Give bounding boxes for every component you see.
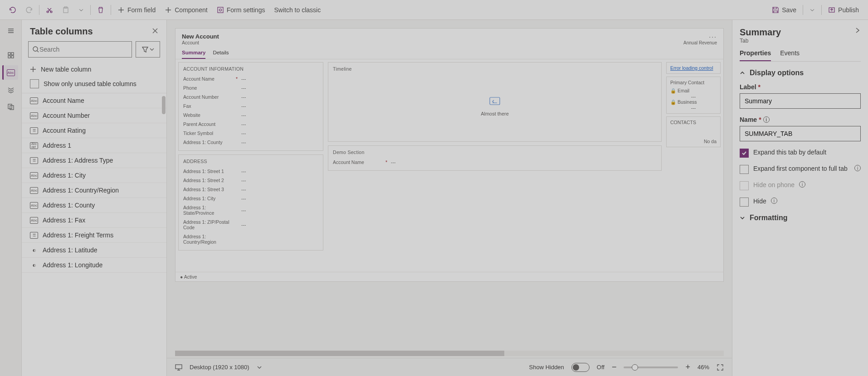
new-table-column-button[interactable]: New table column bbox=[22, 62, 166, 77]
chevron-down-icon bbox=[740, 215, 745, 221]
expand-full-checkbox[interactable]: Expand first component to full tab i bbox=[740, 165, 861, 174]
columns-rail-button[interactable]: Abc bbox=[2, 65, 18, 80]
filter-icon bbox=[142, 46, 148, 53]
chevron-right-icon[interactable] bbox=[854, 27, 861, 35]
column-list: AbcAccount NameAbcAccount Number☰Account… bbox=[22, 93, 166, 376]
primary-contact-card[interactable]: Primary Contact 🔒 Email --- 🔒 Business -… bbox=[666, 77, 721, 114]
search-input[interactable] bbox=[28, 41, 132, 58]
column-item[interactable]: AbcAccount Number bbox=[22, 108, 166, 123]
pane-title: Table columns bbox=[30, 26, 93, 37]
viewport-label[interactable]: Desktop (1920 x 1080) bbox=[190, 364, 249, 371]
info-icon[interactable]: i bbox=[771, 198, 777, 204]
section-demo[interactable]: Demo Section Account Name*--- bbox=[328, 145, 662, 171]
zoom-value: 46% bbox=[697, 364, 709, 371]
label-input[interactable] bbox=[740, 93, 861, 109]
column-item[interactable]: AbcAccount Name bbox=[22, 93, 166, 108]
switch-classic-button[interactable]: Switch to classic bbox=[269, 4, 325, 16]
show-hidden-toggle[interactable] bbox=[571, 363, 590, 372]
hide-on-phone-checkbox: Hide on phone i bbox=[740, 181, 861, 190]
hamburger-icon[interactable] bbox=[4, 24, 18, 38]
zoom-out-button[interactable]: − bbox=[612, 362, 617, 372]
svg-rect-7 bbox=[8, 53, 10, 55]
tree-rail-button[interactable] bbox=[4, 82, 18, 97]
close-icon[interactable] bbox=[152, 28, 158, 35]
tab-summary[interactable]: Summary bbox=[182, 50, 205, 59]
delete-button[interactable] bbox=[93, 4, 109, 16]
column-item[interactable]: AbcAddress 1: County bbox=[22, 198, 166, 213]
svg-rect-14 bbox=[490, 97, 500, 105]
add-form-field-button[interactable]: Form field bbox=[113, 4, 160, 16]
column-item[interactable]: AbcAddress 1: Fax bbox=[22, 213, 166, 228]
form-settings-button[interactable]: Form settings bbox=[212, 4, 270, 16]
formatting-header[interactable]: Formatting bbox=[740, 214, 861, 222]
chevron-down-icon[interactable] bbox=[257, 365, 262, 370]
tab-events[interactable]: Events bbox=[780, 49, 800, 61]
zoom-in-button[interactable]: + bbox=[685, 362, 690, 372]
redo-button[interactable] bbox=[21, 4, 37, 16]
undo-button[interactable] bbox=[5, 4, 21, 16]
hide-checkbox[interactable]: Hide i bbox=[740, 198, 861, 207]
info-icon[interactable]: i bbox=[799, 181, 805, 188]
column-item[interactable]: ◐Address 1: Longitude bbox=[22, 258, 166, 273]
svg-rect-10 bbox=[11, 56, 14, 58]
column-item[interactable]: ☰Address 1: Address Type bbox=[22, 153, 166, 168]
expand-default-checkbox[interactable]: Expand this tab by default bbox=[740, 149, 861, 158]
column-item[interactable]: AbcdefAddress 1 bbox=[22, 138, 166, 153]
svg-rect-8 bbox=[11, 53, 14, 55]
form-title: New Account bbox=[182, 33, 219, 40]
command-bar: Form field Component Form settings Switc… bbox=[0, 0, 868, 20]
paste-button[interactable] bbox=[58, 4, 74, 16]
add-component-button[interactable]: Component bbox=[160, 4, 212, 16]
section-account-info[interactable]: ACCOUNT INFORMATION Account Name*---Phon… bbox=[178, 62, 323, 151]
save-chevron[interactable] bbox=[805, 4, 819, 16]
column-item[interactable]: AbcAddress 1: City bbox=[22, 168, 166, 183]
column-item[interactable]: ☰Address 1: Freight Terms bbox=[22, 228, 166, 243]
properties-title: Summary bbox=[740, 27, 781, 37]
fit-icon[interactable] bbox=[717, 364, 724, 371]
properties-pane: Summary Tab Properties Events Display op… bbox=[732, 20, 868, 376]
paste-chevron[interactable] bbox=[74, 4, 88, 16]
canvas-footer: Desktop (1920 x 1080) Show Hidden Off − … bbox=[167, 358, 732, 376]
left-rail: Abc bbox=[0, 20, 22, 376]
info-icon[interactable]: i bbox=[763, 116, 770, 123]
filter-button[interactable] bbox=[136, 41, 160, 58]
svg-rect-15 bbox=[176, 365, 182, 369]
form-entity: Account bbox=[182, 40, 219, 45]
form-surface[interactable]: New Account Account ··· Annual Revenue S… bbox=[175, 28, 724, 282]
svg-point-5 bbox=[219, 9, 221, 11]
cut-button[interactable] bbox=[41, 4, 58, 16]
svg-rect-9 bbox=[8, 56, 10, 58]
column-item[interactable]: ☰Account Rating bbox=[22, 123, 166, 138]
publish-button[interactable]: Publish bbox=[824, 4, 863, 16]
info-icon[interactable]: i bbox=[854, 165, 861, 171]
tab-details[interactable]: Details bbox=[213, 50, 229, 59]
chevron-up-icon bbox=[740, 70, 745, 76]
chevron-down-icon bbox=[150, 47, 154, 52]
monitor-icon bbox=[175, 364, 182, 371]
section-timeline[interactable]: Timeline Almost there bbox=[328, 62, 662, 142]
zoom-slider[interactable] bbox=[624, 366, 678, 368]
column-item[interactable]: AbcAddress 1: Country/Region bbox=[22, 183, 166, 198]
name-input[interactable] bbox=[740, 126, 861, 141]
save-button[interactable]: Save bbox=[767, 4, 801, 16]
svg-rect-4 bbox=[218, 7, 223, 13]
section-address[interactable]: ADDRESS Address 1: Street 1---Address 1:… bbox=[178, 154, 323, 251]
contacts-card[interactable]: CONTACTS No da bbox=[666, 116, 721, 147]
error-card[interactable]: Error loading control bbox=[666, 62, 721, 74]
components-rail-button[interactable] bbox=[4, 48, 18, 63]
scrollbar-thumb[interactable] bbox=[162, 96, 166, 114]
unused-only-checkbox[interactable]: Show only unused table columns bbox=[22, 77, 166, 93]
canvas-h-scrollbar[interactable] bbox=[175, 351, 724, 356]
search-icon bbox=[32, 46, 39, 53]
table-columns-pane: Table columns New table column Show only… bbox=[22, 20, 167, 376]
column-item[interactable]: ◐Address 1: Latitude bbox=[22, 243, 166, 258]
svg-point-13 bbox=[33, 47, 38, 51]
form-canvas: New Account Account ··· Annual Revenue S… bbox=[167, 20, 732, 376]
svg-rect-2 bbox=[63, 8, 68, 13]
form-libs-rail-button[interactable] bbox=[4, 100, 18, 114]
header-stat: Annual Revenue bbox=[683, 40, 717, 45]
timeline-icon bbox=[488, 96, 502, 106]
tab-properties[interactable]: Properties bbox=[740, 49, 771, 61]
display-options-header[interactable]: Display options bbox=[740, 69, 861, 77]
